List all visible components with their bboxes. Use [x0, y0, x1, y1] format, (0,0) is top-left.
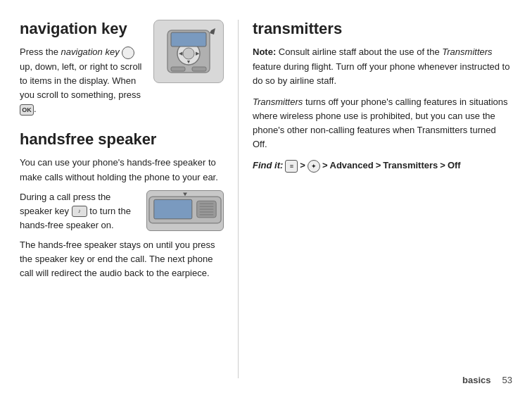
- handsfree-text-block: During a call press the speaker key ♪ to…: [20, 190, 139, 232]
- svg-rect-8: [171, 67, 185, 71]
- find-transmitters: Transmitters: [383, 158, 438, 173]
- page-footer: basics 53: [462, 375, 512, 385]
- handsfree-section: handsfree speaker You can use your phone…: [20, 130, 224, 281]
- basics-label: basics: [462, 375, 490, 385]
- gt1: >: [300, 158, 305, 173]
- svg-text:▼: ▼: [186, 59, 191, 64]
- speaker-key-icon: ♪: [72, 206, 87, 217]
- svg-rect-7: [171, 32, 206, 46]
- svg-point-2: [183, 48, 194, 59]
- note-text1: Consult airline staff about the use of t…: [276, 46, 442, 57]
- nav-key-icon-space: [120, 46, 135, 57]
- transmitters-italic2: Transmitters: [253, 97, 303, 107]
- find-it-line: Find it: ≡ > ✦ > Advanced > Transmitters…: [253, 158, 512, 173]
- gt4: >: [440, 158, 445, 173]
- nav-key-body: Press the navigation key up, down, left,…: [20, 45, 145, 116]
- transmitters-title: transmitters: [253, 20, 512, 38]
- gt2: >: [322, 158, 328, 173]
- right-column: transmitters Note: Consult airline staff…: [238, 20, 512, 378]
- svg-marker-19: [183, 193, 187, 197]
- nav-key-italic: navigation key: [61, 46, 120, 57]
- nav-circle-icon: [122, 46, 134, 59]
- transmitters-para2: Transmitters turns off your phone's call…: [253, 95, 512, 152]
- note-label: Note:: [253, 46, 276, 57]
- handsfree-para2: During a call press the speaker key ♪ to…: [20, 190, 139, 232]
- find-it-label: Find it:: [253, 158, 283, 173]
- speaker-image: [146, 190, 224, 231]
- svg-rect-9: [192, 67, 206, 71]
- settings-icon: ✦: [308, 160, 320, 173]
- find-advanced: Advanced: [330, 158, 374, 173]
- nav-key-section: navigation key Press the navigation key …: [20, 20, 224, 116]
- ok-key-icon: OK: [20, 104, 34, 116]
- left-column: navigation key Press the navigation key …: [20, 20, 238, 378]
- handsfree-title: handsfree speaker: [20, 130, 224, 149]
- menu-icon: ≡: [285, 160, 298, 173]
- nav-key-image: ▲ ▼ ◀ ▶: [153, 20, 224, 83]
- handsfree-with-image: During a call press the speaker key ♪ to…: [20, 190, 224, 232]
- note-text2: feature during flight. Turn off your pho…: [253, 61, 509, 86]
- find-off: Off: [448, 158, 461, 173]
- nav-key-period: .: [34, 104, 37, 114]
- svg-marker-10: [210, 28, 215, 35]
- speaker-device-diagram: [146, 190, 224, 231]
- transmitters-note: Note: Consult airline staff about the us…: [253, 45, 512, 87]
- nav-key-text: navigation key Press the navigation key …: [20, 20, 145, 116]
- page-number: 53: [502, 375, 512, 385]
- svg-rect-12: [154, 200, 192, 219]
- nav-key-desc: up, down, left, or right to scroll to it…: [20, 61, 141, 100]
- nav-phone-diagram: ▲ ▼ ◀ ▶: [153, 20, 224, 83]
- transmitters-italic1: Transmitters: [442, 46, 492, 57]
- nav-key-title: navigation key: [20, 20, 145, 38]
- nav-key-press: Press the: [20, 46, 61, 57]
- handsfree-para3: The hands-free speaker stays on until yo…: [20, 238, 224, 280]
- handsfree-para1: You can use your phone's hands-free spea…: [20, 156, 224, 184]
- gt3: >: [376, 158, 381, 173]
